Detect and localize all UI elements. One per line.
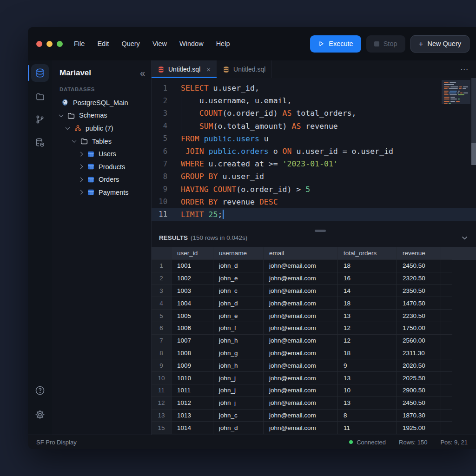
table-cell[interactable]: 2320.50 — [397, 272, 441, 285]
code-line-8[interactable]: 8GROUP BY u.user_id — [152, 170, 476, 183]
tree-item-schemas[interactable]: Schemas — [52, 109, 151, 122]
code-line-9[interactable]: 9HAVING COUNT(o.order_id) > 5 — [152, 183, 476, 196]
table-cell[interactable]: 10 — [338, 384, 397, 397]
table-cell[interactable]: john_e — [213, 272, 264, 285]
rail-git-branch-button[interactable] — [31, 111, 49, 128]
close-window-button[interactable] — [36, 41, 42, 47]
table-cell[interactable]: john@email.com — [264, 372, 338, 384]
table-cell[interactable]: 1003 — [172, 285, 213, 298]
chevron-right-icon[interactable] — [79, 152, 83, 156]
tree-item-postgresql-main[interactable]: PostgreSQL_Main — [52, 96, 151, 109]
table-cell[interactable]: 13 — [338, 397, 397, 410]
table-cell[interactable]: 1001 — [172, 260, 213, 272]
tree-item-public-7[interactable]: public (7) — [52, 122, 151, 135]
table-cell[interactable]: john@email.com — [264, 359, 338, 372]
table-row[interactable]: 71007john_hjohn@email.com122560.00 — [152, 335, 476, 347]
code-line-10[interactable]: 10ORDER BY revenue DESC — [152, 196, 476, 208]
tree-item-orders[interactable]: Orders — [52, 173, 151, 186]
table-cell[interactable]: 12 — [338, 335, 397, 347]
table-cell[interactable]: john_c — [213, 410, 264, 422]
menu-file[interactable]: File — [74, 40, 85, 47]
tab-untitled-sql-1[interactable]: Untitled.sql — [217, 60, 272, 78]
table-cell[interactable]: john_j — [213, 384, 264, 397]
table-cell[interactable]: 1012 — [172, 397, 213, 410]
table-cell[interactable]: john@email.com — [264, 310, 338, 322]
table-cell[interactable]: 18 — [338, 260, 397, 272]
table-row[interactable]: 21002john_ejohn@email.com162320.50 — [152, 272, 476, 285]
tab-overflow-icon[interactable]: ⋯ — [460, 65, 476, 74]
table-cell[interactable]: john_d — [213, 297, 264, 310]
table-row[interactable]: 81008john_gjohn@email.com182311.30 — [152, 347, 476, 360]
table-cell[interactable]: 1009 — [172, 359, 213, 372]
column-header-username[interactable]: username — [213, 247, 264, 260]
editor-scrollbar-thumb[interactable] — [471, 143, 476, 165]
table-cell[interactable]: 1925.00 — [397, 422, 441, 434]
table-cell[interactable]: 2450.50 — [397, 397, 441, 410]
execute-button[interactable]: Execute — [310, 35, 361, 53]
menu-window[interactable]: Window — [179, 40, 204, 47]
table-cell[interactable]: 9 — [338, 359, 397, 372]
table-row[interactable]: 61006john_fjohn@email.com121750.00 — [152, 322, 476, 335]
table-row[interactable]: 151014john_djohn@email.com111925.00 — [152, 422, 476, 434]
collapse-results-icon[interactable] — [461, 234, 469, 242]
rail-database-button[interactable] — [31, 64, 49, 82]
table-cell[interactable]: john@email.com — [264, 347, 338, 360]
table-cell[interactable]: john@email.com — [264, 410, 338, 422]
table-cell[interactable]: john@email.com — [264, 297, 338, 310]
table-cell[interactable]: 1004 — [172, 297, 213, 310]
menu-view[interactable]: View — [152, 40, 167, 47]
table-cell[interactable]: john@email.com — [264, 397, 338, 410]
code-line-4[interactable]: 4 SUM(o.total_amount) AS revenue — [152, 120, 476, 132]
code-line-1[interactable]: 1SELECT u.user_id, — [152, 82, 476, 94]
code-line-2[interactable]: 2 u.username, u.email, — [152, 94, 476, 107]
chevron-right-icon[interactable] — [79, 177, 83, 182]
rail-settings-gear-button[interactable] — [31, 406, 49, 423]
table-row[interactable]: 91009john_hjohn@email.com92020.50 — [152, 359, 476, 372]
stop-button[interactable]: Stop — [366, 35, 405, 53]
column-header-revenue[interactable]: revenue — [397, 247, 441, 260]
table-cell[interactable]: 1008 — [172, 347, 213, 360]
tree-item-tables[interactable]: Tables — [52, 135, 151, 148]
table-cell[interactable]: john_j — [213, 397, 264, 410]
table-row[interactable]: 101010john_jjohn@email.com132025.50 — [152, 372, 476, 384]
table-cell[interactable]: john@email.com — [264, 335, 338, 347]
code-line-6[interactable]: 6 JOIN public.orders o ON u.user_id = o.… — [152, 145, 476, 158]
tree-item-products[interactable]: Products — [52, 160, 151, 173]
table-cell[interactable]: 1006 — [172, 322, 213, 335]
minimize-window-button[interactable] — [46, 41, 53, 47]
table-cell[interactable]: 2450.50 — [397, 260, 441, 272]
table-cell[interactable]: 2025.50 — [397, 372, 441, 384]
rail-help-button[interactable] — [31, 382, 49, 399]
code-line-5[interactable]: 5FROM public.users u — [152, 132, 476, 145]
table-cell[interactable]: 1002 — [172, 272, 213, 285]
table-cell[interactable]: john_g — [213, 347, 264, 360]
table-cell[interactable]: john@email.com — [264, 322, 338, 335]
table-cell[interactable]: 14 — [338, 285, 397, 298]
table-cell[interactable]: 8 — [338, 410, 397, 422]
table-cell[interactable]: 12 — [338, 322, 397, 335]
table-cell[interactable]: 1013 — [172, 410, 213, 422]
close-tab-icon[interactable]: × — [206, 66, 211, 73]
table-row[interactable]: 51005john_ejohn@email.com132230.50 — [152, 310, 476, 322]
table-cell[interactable]: john_h — [213, 335, 264, 347]
table-row[interactable]: 41004john_djohn@email.com181470.50 — [152, 297, 476, 310]
column-header-total-orders[interactable]: total_orders — [338, 247, 397, 260]
table-cell[interactable]: 1870.30 — [397, 410, 441, 422]
table-cell[interactable]: john_d — [213, 260, 264, 272]
table-cell[interactable]: 1011 — [172, 384, 213, 397]
chevron-down-icon[interactable] — [59, 112, 64, 117]
code-line-11[interactable]: 11LIMIT 25; — [152, 208, 476, 221]
table-cell[interactable]: 2230.50 — [397, 310, 441, 322]
table-cell[interactable]: 1005 — [172, 310, 213, 322]
table-cell[interactable]: john@email.com — [264, 422, 338, 434]
table-row[interactable]: 131013john_cjohn@email.com81870.30 — [152, 410, 476, 422]
table-row[interactable]: 121012john_jjohn@email.com132450.50 — [152, 397, 476, 410]
table-cell[interactable]: 2900.50 — [397, 384, 441, 397]
tree-item-users[interactable]: Users — [52, 147, 151, 160]
tree-item-payments[interactable]: Payments — [52, 186, 151, 199]
table-cell[interactable]: 1007 — [172, 335, 213, 347]
table-cell[interactable]: 2560.00 — [397, 335, 441, 347]
table-cell[interactable]: 18 — [338, 347, 397, 360]
resize-handle[interactable] — [315, 230, 326, 232]
table-cell[interactable]: john@email.com — [264, 272, 338, 285]
